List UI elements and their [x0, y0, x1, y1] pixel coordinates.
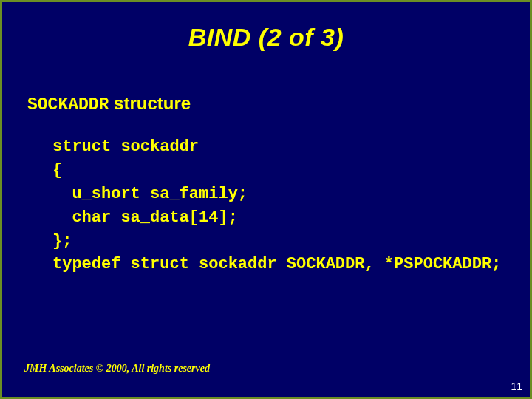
subtitle-text: structure: [109, 93, 191, 113]
slide-title: BIND (2 of 3): [2, 23, 530, 52]
subtitle: SOCKADDR structure: [27, 93, 530, 115]
slide: BIND (2 of 3) SOCKADDR structure struct …: [0, 0, 532, 399]
code-block: struct sockaddr { u_short sa_family; cha…: [52, 135, 530, 276]
page-number: 11: [511, 381, 522, 392]
subtitle-keyword: SOCKADDR: [27, 95, 109, 115]
footer-copyright: JMH Associates © 2000, All rights reserv…: [24, 363, 210, 375]
